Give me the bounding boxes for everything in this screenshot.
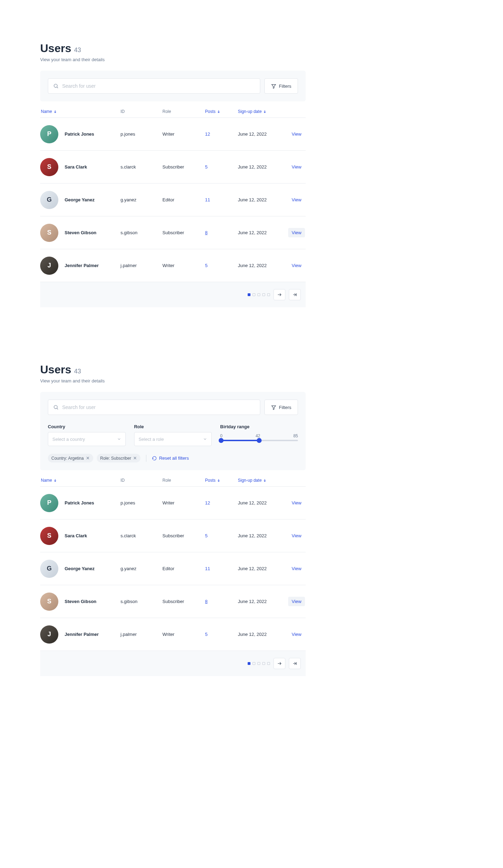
view-button[interactable]: View xyxy=(288,228,305,237)
page-subtitle: View your team and their details xyxy=(40,378,306,383)
page-dot[interactable] xyxy=(262,293,265,296)
col-date[interactable]: Sign-up date xyxy=(238,109,283,114)
view-button[interactable]: View xyxy=(288,498,305,508)
user-id: s.gibson xyxy=(121,230,162,235)
user-posts[interactable]: 5 xyxy=(205,164,238,170)
col-posts[interactable]: Posts xyxy=(205,109,238,114)
user-posts[interactable]: 12 xyxy=(205,131,238,137)
col-name[interactable]: Name xyxy=(40,109,121,114)
next-page-button[interactable] xyxy=(274,289,285,300)
user-posts[interactable]: 11 xyxy=(205,566,238,571)
user-name: George Yanez xyxy=(65,566,95,571)
user-role: Writer xyxy=(162,632,205,637)
user-name: Patrick Jones xyxy=(65,131,94,137)
table-row: SSteven Gibsons.gibsonSubscriber8June 12… xyxy=(40,585,306,618)
user-posts[interactable]: 5 xyxy=(205,632,238,637)
col-id: ID xyxy=(121,478,162,483)
view-button[interactable]: View xyxy=(288,195,305,205)
page-dot[interactable] xyxy=(257,662,260,665)
page-dot[interactable] xyxy=(262,662,265,665)
view-button[interactable]: View xyxy=(288,129,305,139)
user-signup-date: June 12, 2022 xyxy=(238,500,283,505)
filters-button[interactable]: Filters xyxy=(264,400,298,415)
col-posts[interactable]: Posts xyxy=(205,478,238,483)
page-title: Users xyxy=(40,363,71,376)
user-count: 43 xyxy=(74,368,81,375)
last-page-button[interactable] xyxy=(289,289,301,300)
view-button[interactable]: View xyxy=(288,162,305,172)
next-page-button[interactable] xyxy=(274,658,285,669)
table-header: Name ID Role Posts Sign-up date xyxy=(40,478,306,487)
slider-handle-min[interactable] xyxy=(219,438,224,443)
search-input-wrap[interactable] xyxy=(48,78,260,94)
page-dot[interactable] xyxy=(253,293,255,296)
user-id: j.palmer xyxy=(121,632,162,637)
users-panel-expanded: Users 43 View your team and their detail… xyxy=(40,363,306,676)
col-date[interactable]: Sign-up date xyxy=(238,478,283,483)
user-role: Writer xyxy=(162,131,205,137)
avatar: S xyxy=(40,158,58,176)
table-header: Name ID Role Posts Sign-up date xyxy=(40,109,306,118)
name-cell: GGeorge Yanez xyxy=(40,560,121,578)
page-dot[interactable] xyxy=(248,662,250,665)
view-button[interactable]: View xyxy=(288,564,305,573)
user-posts[interactable]: 11 xyxy=(205,197,238,202)
name-cell: JJennifer Palmer xyxy=(40,625,121,644)
slider-min: 0 xyxy=(220,433,223,438)
user-id: s.gibson xyxy=(121,599,162,604)
toolbar: Filters Country Select a country Role Se… xyxy=(40,392,306,470)
users-panel-basic: Users 43 View your team and their detail… xyxy=(40,42,306,307)
col-role: Role xyxy=(162,109,205,114)
page-dot[interactable] xyxy=(257,293,260,296)
col-name[interactable]: Name xyxy=(40,478,121,483)
user-posts[interactable]: 8 xyxy=(205,230,238,235)
avatar: P xyxy=(40,125,58,143)
last-page-button[interactable] xyxy=(289,658,301,669)
page-dot[interactable] xyxy=(248,293,250,296)
user-role: Subscriber xyxy=(162,230,205,235)
svg-marker-11 xyxy=(271,406,275,409)
user-id: s.clarck xyxy=(121,533,162,538)
view-button[interactable]: View xyxy=(288,261,305,270)
user-signup-date: June 12, 2022 xyxy=(238,566,283,571)
page-dot[interactable] xyxy=(253,662,255,665)
page-dot[interactable] xyxy=(267,662,270,665)
user-name: Steven Gibson xyxy=(65,230,96,235)
search-input-wrap[interactable] xyxy=(48,400,260,415)
birthday-slider[interactable]: 0 42 85 xyxy=(220,432,298,441)
user-id: j.palmer xyxy=(121,263,162,268)
user-signup-date: June 12, 2022 xyxy=(238,230,283,235)
view-button[interactable]: View xyxy=(288,531,305,540)
sort-icon xyxy=(263,110,267,113)
search-input[interactable] xyxy=(62,83,255,89)
reset-filters-link[interactable]: Reset all filters xyxy=(152,455,189,461)
user-name: Sara Clark xyxy=(65,533,87,538)
user-posts[interactable]: 12 xyxy=(205,500,238,505)
user-posts[interactable]: 8 xyxy=(205,599,238,604)
user-posts[interactable]: 5 xyxy=(205,263,238,268)
search-input[interactable] xyxy=(62,404,255,410)
posts-link[interactable]: 8 xyxy=(205,230,207,235)
posts-link[interactable]: 8 xyxy=(205,599,207,604)
user-posts[interactable]: 5 xyxy=(205,533,238,538)
filter-chip-country[interactable]: Country: Argetina ✕ xyxy=(48,454,93,462)
avatar: P xyxy=(40,494,58,512)
user-role: Subscriber xyxy=(162,164,205,170)
page-dot[interactable] xyxy=(267,293,270,296)
avatar: J xyxy=(40,625,58,644)
name-cell: PPatrick Jones xyxy=(40,494,121,512)
close-icon[interactable]: ✕ xyxy=(133,455,137,461)
view-button[interactable]: View xyxy=(288,630,305,639)
role-select[interactable]: Select a role xyxy=(134,432,212,446)
country-select[interactable]: Select a country xyxy=(48,432,126,446)
action-cell: View xyxy=(283,498,305,508)
filters-button[interactable]: Filters xyxy=(264,78,298,94)
table-row: SSara Clarks.clarckSubscriber5June 12, 2… xyxy=(40,519,306,552)
slider-handle-max[interactable] xyxy=(257,438,262,443)
close-icon[interactable]: ✕ xyxy=(86,455,90,461)
view-button[interactable]: View xyxy=(288,597,305,606)
filter-chip-role[interactable]: Role: Subscriber ✕ xyxy=(97,454,141,462)
page-dots xyxy=(248,293,270,296)
user-role: Subscriber xyxy=(162,599,205,604)
slider-mid: 42 xyxy=(256,433,260,438)
